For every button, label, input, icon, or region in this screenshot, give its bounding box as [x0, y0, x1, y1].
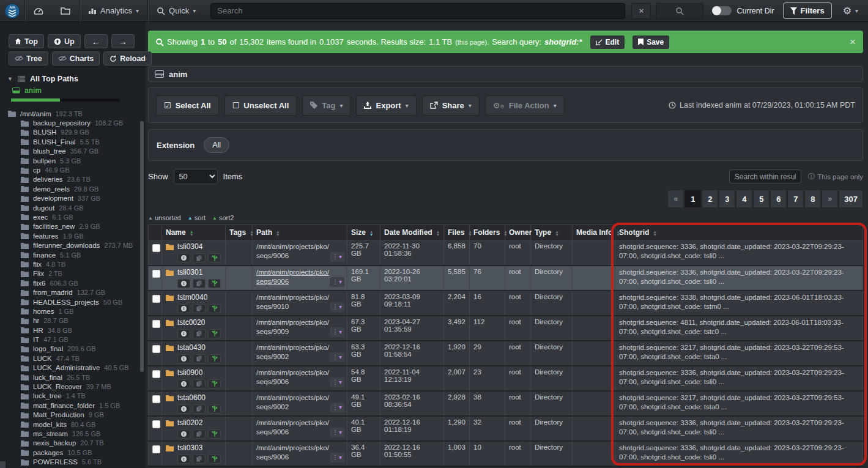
sidebar-hscrollbar[interactable] [0, 461, 6, 468]
row-checkbox[interactable] [152, 395, 160, 403]
sidebar-folder-item[interactable]: Matt_Production 9 GB [0, 410, 146, 420]
tree-view-button[interactable] [208, 253, 221, 262]
info-button[interactable]: i [177, 354, 190, 363]
all-top-paths-node[interactable]: ▼ All Top Paths [7, 75, 146, 83]
column-header-size[interactable]: Size▲▼ [347, 225, 380, 240]
sidebar-folder-item[interactable]: POWERLESS 5.6 TB [0, 457, 146, 466]
page-button-307[interactable]: 307 [839, 190, 863, 208]
path-menu-button[interactable]: ⋮▾ [330, 453, 344, 462]
tree-view-button[interactable] [208, 329, 221, 338]
filters-button[interactable]: Filters [783, 2, 832, 19]
path-menu-button[interactable]: ⋮▾ [330, 327, 344, 337]
path-menu-button[interactable]: ⋮▾ [330, 377, 344, 387]
sidebar-folder-item[interactable]: blush_tree 356.7 GB [0, 147, 146, 156]
app-logo[interactable]: AIA [0, 3, 24, 19]
tree-view-button[interactable] [208, 429, 221, 439]
column-header-owner[interactable]: Owner▲▼ [505, 225, 531, 240]
sidebar-folder-item[interactable]: finance 5.1 GB [0, 250, 146, 259]
row-checkbox[interactable] [152, 244, 160, 252]
path-menu-button[interactable]: ⋮▾ [330, 428, 344, 437]
sidebar-folder-item[interactable]: model_kits 80.4 GB [0, 420, 146, 429]
sidebar-folder-item[interactable]: flix6 606.3 GB [0, 278, 146, 288]
tree-view-button[interactable] [208, 379, 221, 388]
tag-menu-button[interactable]: Tag ▾ [302, 95, 351, 116]
top-button[interactable]: Top [9, 34, 44, 48]
column-header-media-info[interactable]: Media Info▲▼ [573, 225, 615, 240]
sort-link-unsorted[interactable]: ▲ unsorted [148, 214, 181, 221]
tree-view-button[interactable] [208, 455, 221, 464]
copy-button[interactable] [193, 279, 206, 288]
page-button-1[interactable]: 1 [684, 190, 701, 208]
sidebar-folder-item[interactable]: BLUSH_Final 5.5 TB [0, 137, 146, 146]
tree-view-button[interactable] [208, 354, 221, 363]
dashboard-button[interactable] [25, 0, 52, 22]
sidebar-folder-item[interactable]: dugout 28.4 GB [0, 203, 146, 212]
reload-button[interactable]: Reload [103, 51, 152, 65]
search-submit-button[interactable] [656, 3, 703, 19]
column-header-date-modified[interactable]: Date Modified▲▼ [380, 225, 444, 240]
file-browser-button[interactable] [52, 0, 79, 22]
sidebar-folder-item[interactable]: filerunner_downloads 273.7 MB [0, 240, 146, 250]
sidebar-folder-item[interactable]: demo_reels 29.8 GB [0, 184, 146, 193]
sidebar-folder-item[interactable]: development 337 GB [0, 194, 146, 203]
sidebar-folder-item[interactable]: exec 6.1 GB [0, 212, 146, 221]
items-per-page-select[interactable]: 50 [174, 169, 218, 184]
clear-search-button[interactable]: × [631, 3, 651, 19]
path-menu-button[interactable]: ⋮▾ [330, 403, 344, 412]
item-name-link[interactable]: tsli0900 [177, 368, 202, 377]
item-path-link[interactable]: /mnt/anim/projects/pko/seqs/9006 [256, 369, 329, 385]
path-menu-button[interactable]: ⋮▾ [330, 302, 344, 312]
item-name-link[interactable]: tsli0303 [177, 444, 202, 453]
item-name-link[interactable]: tsta0600 [177, 393, 206, 403]
column-header-tags[interactable]: Tags▲▼ [226, 225, 253, 240]
path-menu-button[interactable]: ⋮▾ [330, 277, 344, 287]
page-button-7[interactable]: 7 [787, 190, 804, 208]
page-button-«[interactable]: « [667, 190, 684, 208]
sidebar-folder-item[interactable]: hr 28.7 GB [0, 316, 146, 325]
column-header-shotgrid[interactable]: Shotgrid▲▼ [615, 225, 863, 240]
item-name-link[interactable]: tsli0301 [177, 268, 202, 277]
close-icon[interactable]: × [850, 36, 856, 48]
info-button[interactable]: i [177, 253, 190, 262]
sort-link-sort[interactable]: ▲ sort [188, 214, 206, 221]
page-button-2[interactable]: 2 [702, 190, 718, 208]
page-button-6[interactable]: 6 [770, 190, 787, 208]
page-button-»[interactable]: » [822, 190, 838, 208]
sidebar-folder-item[interactable]: LUCK_Recover 39.7 MB [0, 382, 146, 391]
sidebar-folder-item[interactable]: deliveries 23.6 TB [0, 175, 146, 184]
forward-button[interactable]: → [111, 34, 135, 48]
sidebar-folder-item[interactable]: Flix 2 TB [0, 269, 146, 278]
settings-menu[interactable]: ⚙ ▾ [839, 0, 862, 22]
current-dir-toggle[interactable] [712, 6, 732, 15]
item-path-link[interactable]: /mnt/anim/projects/pko/seqs/9006 [256, 243, 329, 259]
copy-button[interactable] [193, 253, 206, 262]
item-name-link[interactable]: tstc0020 [177, 318, 205, 327]
page-button-8[interactable]: 8 [804, 190, 821, 208]
column-header-path[interactable]: Path▲▼ [253, 225, 347, 240]
unselect-all-button[interactable]: ☐ Unselect All [224, 95, 297, 116]
row-checkbox[interactable] [152, 295, 160, 303]
item-path-link[interactable]: /mnt/anim/projects/pko/seqs/9002 [256, 394, 329, 410]
copy-button[interactable] [193, 354, 206, 363]
tree-view-button[interactable] [208, 304, 221, 313]
index-node-anim[interactable]: anim [12, 86, 146, 95]
sidebar-folder-item[interactable]: /mnt/anim 192.3 TB [0, 109, 146, 118]
quick-menu[interactable]: Quick ▾ [148, 0, 204, 22]
copy-button[interactable] [193, 329, 206, 338]
item-path-link[interactable]: /mnt/anim/projects/pko/seqs/9010 [256, 294, 329, 310]
sort-link-sort2[interactable]: ▲ sort2 [212, 214, 234, 221]
sidebar-scrollbar[interactable] [140, 121, 144, 372]
sidebar-folder-item[interactable]: features 1.9 GB [0, 231, 146, 240]
sidebar-folder-item[interactable]: luck_final 26.5 TB [0, 373, 146, 382]
edit-query-button[interactable]: Edit [590, 35, 625, 49]
sidebar-folder-item[interactable]: LUCK 47.4 TB [0, 354, 146, 363]
row-checkbox[interactable] [152, 445, 160, 453]
copy-button[interactable] [193, 379, 206, 388]
path-menu-button[interactable]: ⋮▾ [330, 252, 344, 262]
info-button[interactable]: i [177, 279, 190, 288]
info-button[interactable]: i [177, 404, 190, 414]
column-header-name[interactable]: Name▲▼ [162, 225, 226, 240]
info-button[interactable]: i [177, 379, 190, 388]
item-path-link[interactable]: /mnt/anim/projects/pko/seqs/9002 [256, 344, 329, 360]
select-all-button[interactable]: ☑ Select All [156, 95, 219, 116]
